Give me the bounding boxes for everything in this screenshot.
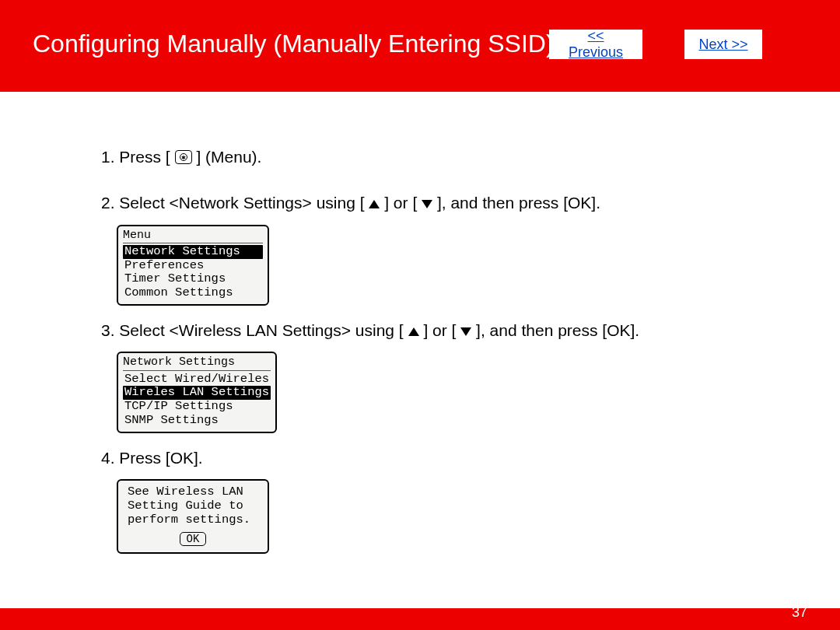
menu-button-icon: [175, 150, 192, 164]
lcd-ok-button: OK: [180, 532, 207, 546]
lcd-message-line: perform settings.: [126, 513, 260, 527]
arrow-down-icon: [422, 200, 432, 208]
next-button[interactable]: Next >>: [684, 30, 762, 59]
step-3: 3. Select <Wireless LAN Settings> using …: [101, 320, 840, 341]
lcd-title: Network Settings: [123, 355, 271, 370]
header-bar: Configuring Manually (Manually Entering …: [0, 0, 840, 92]
lcd-menu-item: TCP/IP Settings: [123, 400, 271, 414]
lcd-title: Menu: [123, 229, 263, 243]
lcd-menu-item: Wireles LAN Settings: [123, 386, 271, 400]
arrow-down-icon: [460, 327, 471, 336]
previous-button[interactable]: << Previous: [549, 30, 642, 59]
step3-text-b: ] or [: [423, 321, 456, 339]
lcd-menu-item: Common Settings: [123, 286, 263, 300]
page-number: 37: [792, 604, 807, 621]
step1-text-b: ] (Menu).: [196, 148, 261, 166]
step1-text-a: 1. Press [: [101, 148, 170, 166]
step3-text-a: 3. Select <Wireless LAN Settings> using …: [101, 321, 404, 339]
arrow-up-icon: [408, 327, 419, 336]
lcd-message-line: See Wireless LAN: [126, 485, 260, 499]
lcd-screen-menu: MenuNetwork SettingsPreferencesTimer Set…: [117, 225, 269, 306]
lcd-menu-item: Timer Settings: [123, 272, 263, 286]
instruction-content: 1. Press [ ] (Menu). 2. Select <Network …: [0, 92, 840, 568]
lcd-menu-item: Preferences: [123, 259, 263, 273]
step2-text-c: ], and then press [OK].: [437, 194, 600, 212]
step3-text-c: ], and then press [OK].: [476, 321, 639, 339]
step2-text-b: ] or [: [384, 194, 417, 212]
lcd-menu-item: SNMP Settings: [123, 414, 271, 428]
step-4: 4. Press [OK].: [101, 447, 840, 468]
lcd-menu-item: Select Wired/Wireles: [123, 373, 271, 387]
footer-band: [0, 608, 840, 630]
lcd-screen-network-settings: Network SettingsSelect Wired/WirelesWire…: [117, 352, 277, 433]
step-2: 2. Select <Network Settings> using [ ] o…: [101, 192, 840, 213]
lcd-message-line: Setting Guide to: [126, 499, 260, 513]
page-title: Configuring Manually (Manually Entering …: [33, 30, 555, 58]
lcd-menu-item: Network Settings: [123, 245, 263, 259]
step2-text-a: 2. Select <Network Settings> using [: [101, 194, 365, 212]
step-1: 1. Press [ ] (Menu).: [101, 146, 840, 167]
step4-text: 4. Press [OK].: [101, 449, 203, 467]
lcd-screen-message: See Wireless LANSetting Guide toperform …: [117, 479, 269, 554]
arrow-up-icon: [369, 200, 380, 208]
